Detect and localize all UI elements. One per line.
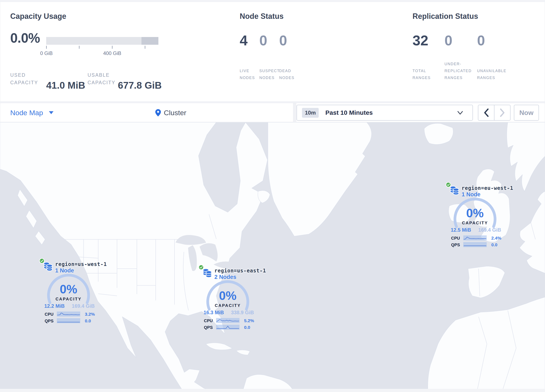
- breadcrumb[interactable]: Cluster: [155, 103, 186, 122]
- next-time-button[interactable]: [494, 105, 510, 120]
- usable-capacity-metric: USABLE CAPACITY 677.8 GiB: [87, 70, 167, 91]
- now-button-label: Now: [519, 109, 533, 117]
- region-cpu-row: CPU 2.4%: [446, 235, 508, 241]
- qps-label: QPS: [201, 325, 213, 330]
- region-qps-row: QPS 0.0: [446, 242, 508, 248]
- now-button[interactable]: Now: [514, 105, 539, 121]
- region-total-capacity: 169.4 GiB: [72, 303, 95, 309]
- cpu-value: 3.2%: [85, 312, 95, 317]
- view-mode-label: Node Map: [10, 109, 43, 117]
- region-label: region=us-east-1: [214, 268, 266, 274]
- region-total-capacity: 338.9 GiB: [231, 310, 254, 316]
- database-stack-icon: [43, 261, 53, 271]
- unavailable-ranges-count: 0: [477, 32, 485, 49]
- time-range-badge: 10m: [302, 108, 319, 118]
- replication-status-title: Replication Status: [413, 12, 478, 21]
- live-nodes-count: 4: [240, 32, 248, 49]
- region-marker-us-east-1[interactable]: region=us-east-1 2 Nodes 0% CAPACITY 16.…: [198, 264, 261, 333]
- cpu-label: CPU: [201, 318, 213, 323]
- region-capacity-word: CAPACITY: [39, 296, 98, 302]
- dead-nodes-label: DEAD NODES: [279, 68, 294, 81]
- suspect-nodes-label: SUSPECT NODES: [259, 68, 280, 81]
- node-map[interactable]: region=us-west-1 1 Node 0% CAPACITY 12.2…: [0, 122, 545, 392]
- cpu-sparkline: [57, 311, 80, 317]
- world-map-graphic: [0, 122, 545, 392]
- cpu-sparkline: [216, 318, 240, 323]
- axis-tick-label: 400 GiB: [103, 50, 121, 56]
- region-marker-eu-west-1[interactable]: region=eu-west-1 1 Node 0% CAPACITY 12.5…: [446, 182, 508, 250]
- capacity-bar-reserved-segment: [142, 37, 158, 45]
- under-replicated-ranges-label: UNDER- REPLICATED RANGES: [445, 61, 472, 81]
- qps-label: QPS: [448, 243, 460, 247]
- region-qps-row: QPS 0.0: [39, 318, 102, 324]
- prev-time-button[interactable]: [478, 105, 494, 120]
- map-toolbar: Node Map Cluster 10m Past 10 Minutes: [0, 103, 545, 122]
- region-cpu-row: CPU 3.2%: [39, 311, 102, 317]
- live-nodes-label: LIVE NODES: [240, 68, 255, 81]
- cpu-sparkline: [463, 235, 487, 240]
- region-total-capacity: 169.4 GiB: [478, 227, 501, 233]
- cluster-overview-page: Capacity Usage 0.0% 0 GiB 400 GiB USED C…: [0, 0, 545, 392]
- qps-sparkline: [216, 325, 240, 330]
- under-replicated-ranges-count: 0: [445, 32, 452, 49]
- time-range-pager: [478, 105, 511, 121]
- suspect-nodes-count: 0: [259, 32, 267, 49]
- cpu-label: CPU: [448, 236, 460, 241]
- view-mode-dropdown[interactable]: Node Map: [10, 103, 54, 122]
- used-capacity-label-line2: CAPACITY: [10, 80, 38, 85]
- usable-capacity-label-line1: USABLE: [87, 72, 110, 78]
- total-ranges-label: TOTAL RANGES: [413, 68, 431, 81]
- region-capacity-word: CAPACITY: [198, 303, 257, 308]
- region-marker-us-west-1[interactable]: region=us-west-1 1 Node 0% CAPACITY 12.2…: [39, 258, 102, 326]
- axis-tick: [46, 46, 47, 49]
- region-label: region=eu-west-1: [462, 185, 513, 191]
- cpu-value: 2.4%: [491, 236, 501, 241]
- chevron-down-icon: [457, 111, 463, 115]
- capacity-usage-title: Capacity Usage: [10, 12, 66, 21]
- node-status-title: Node Status: [240, 12, 284, 21]
- unavailable-ranges-label: UNAVAILABLE RANGES: [477, 68, 506, 81]
- region-capacity-percent: 0%: [446, 206, 504, 220]
- time-range-label: Past 10 Minutes: [325, 109, 373, 116]
- region-used-capacity: 12.2 MiB: [44, 303, 65, 309]
- region-used-capacity: 12.5 MiB: [451, 227, 471, 233]
- dead-nodes-count: 0: [279, 32, 287, 49]
- breadcrumb-label: Cluster: [164, 109, 186, 117]
- usable-capacity-value: 677.8 GiB: [118, 80, 162, 91]
- region-capacity-values: 16.3 MiB 338.9 GiB: [198, 310, 259, 316]
- database-stack-icon: [450, 185, 459, 195]
- used-capacity-value: 41.0 MiB: [46, 80, 85, 91]
- region-capacity-percent: 0%: [198, 288, 257, 303]
- region-capacity-values: 12.2 MiB 169.4 GiB: [39, 303, 99, 309]
- toolbar-divider: [293, 103, 296, 122]
- region-capacity-percent: 0%: [39, 282, 98, 296]
- capacity-usage-bar: [46, 37, 158, 45]
- map-bottom-strip: [0, 389, 545, 392]
- used-capacity-label-line1: USED: [10, 72, 26, 78]
- cluster-summary-panel: Capacity Usage 0.0% 0 GiB 400 GiB USED C…: [0, 2, 545, 102]
- axis-tick-label: 0 GiB: [40, 50, 53, 56]
- region-cpu-row: CPU 5.2%: [198, 318, 261, 324]
- qps-value: 0.0: [491, 242, 497, 247]
- axis-tick: [79, 46, 79, 49]
- qps-value: 0.0: [85, 318, 91, 324]
- qps-label: QPS: [42, 319, 54, 324]
- axis-tick: [145, 46, 145, 49]
- time-range-dropdown[interactable]: 10m Past 10 Minutes: [297, 105, 473, 121]
- cpu-label: CPU: [42, 312, 54, 317]
- qps-value: 0.0: [244, 325, 250, 330]
- cpu-value: 5.2%: [244, 318, 254, 323]
- usable-capacity-label-line2: CAPACITY: [87, 80, 115, 85]
- region-qps-row: QPS 0.0: [198, 325, 261, 330]
- triangle-down-icon: [49, 111, 54, 114]
- chevron-right-icon: [499, 108, 506, 118]
- region-capacity-values: 12.5 MiB 169.4 GiB: [446, 227, 506, 233]
- region-capacity-word: CAPACITY: [446, 220, 504, 226]
- total-ranges-count: 32: [413, 32, 428, 49]
- region-label: region=us-west-1: [55, 261, 107, 267]
- qps-sparkline: [463, 242, 487, 247]
- used-capacity-metric: USED CAPACITY 41.0 MiB: [10, 70, 86, 91]
- map-pin-icon: [155, 109, 161, 117]
- region-used-capacity: 16.3 MiB: [204, 310, 224, 316]
- qps-sparkline: [57, 318, 80, 323]
